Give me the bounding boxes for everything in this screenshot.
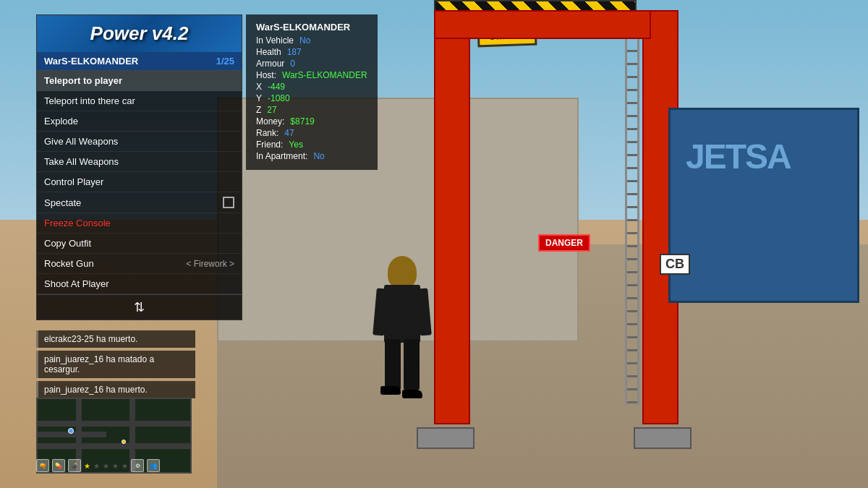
hud-star-2: ★ [93, 462, 100, 470]
crane-base-left [417, 427, 475, 449]
hud-ammo-icon: 💊 [52, 459, 65, 472]
menu-item-label: Take All Weapons [44, 156, 119, 167]
x-value: -449 [268, 82, 285, 92]
player-character [373, 256, 431, 415]
cb-sign: CB [660, 254, 690, 275]
menu-item-label: Teleport to player [44, 75, 122, 86]
menu-item-take-weapons[interactable]: Take All Weapons [37, 152, 242, 172]
menu-item-copy-outfit[interactable]: Copy Outfit [37, 234, 242, 254]
apartment-value: No [313, 151, 324, 161]
crane-left-pillar [434, 10, 470, 425]
in-vehicle-value: No [299, 35, 310, 46]
host-value: WarS-ELKOMANDER [282, 70, 367, 80]
player-count: 1/25 [216, 56, 234, 67]
info-y: Y -1080 [256, 93, 367, 103]
hud-star-3: ★ [103, 462, 109, 470]
char-head [388, 256, 417, 288]
info-money: Money: $8719 [256, 116, 367, 127]
money-label: Money: [256, 116, 284, 127]
menu-item-label: Rocket Gun [44, 258, 94, 269]
minimap-other-dot [122, 440, 126, 444]
menu-navigation: ⇅ [37, 294, 242, 320]
menu-item-shoot-player[interactable]: Shoot At Player [37, 274, 242, 294]
health-value: 187 [287, 47, 302, 57]
main-menu-panel: Power v4.2 WarS-ELKOMANDER 1/25 Teleport… [36, 14, 242, 320]
info-z: Z 27 [256, 105, 367, 115]
armour-label: Armour [256, 59, 284, 69]
menu-item-spectate[interactable]: Spectate [37, 192, 242, 213]
money-value: $8719 [290, 116, 314, 127]
x-label: X [256, 82, 262, 92]
menu-item-freeze-console[interactable]: Freeze Console [37, 213, 242, 234]
kill-message-2: pain_juarez_16 ha muerto. [36, 381, 195, 398]
container-text: JETSA [686, 137, 791, 176]
menu-title: Power v4.2 [48, 22, 230, 45]
player-info-panel: WarS-ELKOMANDER In Vehicle No Health 187… [246, 14, 378, 170]
kill-message-0: elcrakc23-25 ha muerto. [36, 330, 195, 348]
info-health: Health 187 [256, 47, 367, 57]
armour-value: 0 [290, 59, 295, 69]
info-host: Host: WarS-ELKOMANDER [256, 70, 367, 80]
hud-star-4: ★ [112, 462, 119, 470]
z-value: 27 [267, 105, 276, 115]
z-label: Z [256, 105, 261, 115]
info-armour: Armour 0 [256, 59, 367, 69]
menu-item-label: Spectate [44, 197, 81, 208]
menu-header: Power v4.2 [37, 15, 242, 52]
rank-value: 47 [284, 128, 294, 138]
menu-item-label: Give All Weapons [44, 136, 118, 147]
menu-item-label: Shoot At Player [44, 278, 109, 289]
kill-message-1: pain_juarez_16 ha matado a cesargur. [36, 351, 195, 378]
info-friend: Friend: Yes [256, 140, 367, 150]
danger-sign: DANGER [538, 234, 590, 252]
health-label: Health [256, 47, 281, 57]
menu-item-label: Copy Outfit [44, 238, 91, 249]
char-leg-right [404, 339, 420, 390]
bottom-hud: 🔫 💊 💣 ★ ★ ★ ★ ★ ⚙ 👥 [36, 459, 192, 472]
spectate-toggle[interactable] [223, 197, 234, 208]
menu-item-label: Teleport into there car [44, 95, 135, 106]
menu-item-control-player[interactable]: Control Player [37, 172, 242, 192]
host-label: Host: [256, 70, 276, 80]
y-value: -1080 [268, 93, 290, 103]
apartment-label: In Apartment: [256, 151, 307, 161]
info-rank: Rank: 47 [256, 128, 367, 138]
menu-item-teleport-to-player[interactable]: Teleport to player [37, 71, 242, 91]
hud-star-1: ★ [84, 462, 90, 470]
crane-ladder [625, 39, 639, 405]
rank-label: Rank: [256, 128, 278, 138]
menu-item-explode[interactable]: Explode [37, 111, 242, 132]
info-in-vehicle: In Vehicle No [256, 35, 367, 46]
crane-top-bar [434, 10, 651, 39]
y-label: Y [256, 93, 262, 103]
menu-items-container: Teleport to playerTeleport into there ca… [37, 71, 242, 294]
hud-settings-icon: ⚙ [131, 459, 144, 472]
road-horizontal-2 [38, 443, 190, 449]
menu-item-teleport-car[interactable]: Teleport into there car [37, 91, 242, 111]
friend-value: Yes [289, 140, 303, 150]
menu-item-label: Freeze Console [44, 218, 111, 228]
menu-item-label: Explode [44, 116, 78, 127]
nav-arrows-icon: ⇅ [134, 299, 145, 315]
crane-base-right [634, 427, 692, 449]
hud-grenade-icon: 💣 [68, 459, 81, 472]
hud-people-icon: 👥 [147, 459, 160, 472]
menu-item-give-weapons[interactable]: Give All Weapons [37, 132, 242, 152]
friend-label: Friend: [256, 140, 283, 150]
hud-star-5: ★ [122, 462, 128, 470]
info-x: X -449 [256, 82, 367, 92]
hud-gun-icon: 🔫 [36, 459, 49, 472]
char-shoe-left [380, 386, 401, 395]
char-body [384, 285, 420, 343]
player-row: WarS-ELKOMANDER 1/25 [37, 52, 242, 71]
player-name-label: WarS-ELKOMANDER [44, 56, 138, 67]
road-horizontal-1 [38, 421, 190, 427]
info-player-name: WarS-ELKOMANDER [256, 22, 367, 33]
kill-feed: elcrakc23-25 ha muerto.pain_juarez_16 ha… [36, 330, 195, 401]
in-vehicle-label: In Vehicle [256, 35, 294, 46]
info-apartment: In Apartment: No [256, 151, 367, 161]
char-leg-left [385, 339, 401, 390]
menu-item-rocket-gun[interactable]: Rocket Gun< Firework > [37, 254, 242, 274]
menu-item-label: Control Player [44, 176, 103, 187]
char-shoe-right [402, 390, 422, 398]
